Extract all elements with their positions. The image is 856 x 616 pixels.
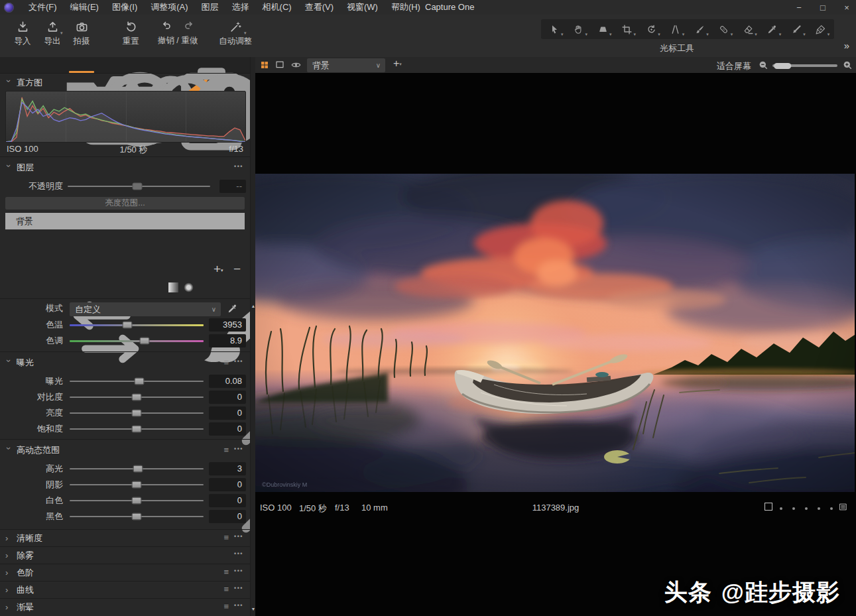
wb-eyedropper-icon[interactable] — [227, 303, 238, 314]
temp-value[interactable]: 3953 — [209, 318, 246, 332]
tab-lens[interactable] — [40, 60, 52, 71]
more-icon[interactable]: ••• — [234, 602, 243, 611]
pan-tool[interactable]: ▾ — [568, 21, 589, 38]
tint-slider-handle[interactable] — [140, 338, 150, 345]
vignette-panel-header[interactable]: › 渐晕 ≡ ••• — [0, 598, 250, 616]
menu-view[interactable]: 查看(V) — [298, 1, 340, 13]
slider-handle[interactable] — [133, 465, 143, 473]
annotate-tool[interactable]: ▾ — [810, 21, 831, 38]
keystone-tool[interactable]: ▾ — [592, 21, 614, 38]
expand-icon[interactable] — [194, 585, 204, 594]
exposure-slider[interactable] — [70, 373, 204, 389]
presets-menu-icon[interactable]: ≡ — [223, 602, 229, 611]
auto-adjust-button[interactable]: ▾ 自动调整 — [216, 21, 255, 47]
presets-menu-icon[interactable]: ≡ — [223, 585, 229, 594]
maximize-button[interactable]: □ — [818, 3, 828, 13]
select-tool[interactable]: ▾ — [544, 21, 566, 38]
tab-info[interactable] — [130, 60, 141, 71]
toolbar-overflow-button[interactable]: » — [844, 40, 849, 51]
zoom-fit-label[interactable]: 适合屏幕 — [717, 60, 751, 72]
export-button[interactable]: ▾ 导出 — [38, 21, 67, 47]
expand-icon[interactable] — [194, 358, 204, 367]
more-icon[interactable]: ••• — [234, 358, 243, 367]
black-value[interactable]: 0 — [209, 510, 246, 523]
tint-value[interactable]: 8.9 — [209, 334, 246, 347]
undo-icon[interactable] — [160, 21, 172, 32]
reset-icon[interactable] — [209, 446, 218, 455]
contrast-value[interactable]: 0 — [209, 391, 246, 404]
photo-canvas[interactable]: ©Dubrovinskiy M — [255, 174, 855, 492]
zoom-slider-handle[interactable] — [774, 63, 791, 69]
chevron-down-icon[interactable]: › — [5, 447, 12, 454]
opacity-slider-handle[interactable] — [133, 183, 143, 190]
slider-handle[interactable] — [132, 481, 142, 489]
tint-slider[interactable] — [70, 334, 204, 348]
reset-icon[interactable] — [209, 568, 218, 577]
rating-dot[interactable] — [805, 507, 808, 510]
expand-icon[interactable] — [194, 533, 204, 542]
menu-file[interactable]: 文件(F) — [22, 1, 64, 13]
opacity-slider[interactable] — [68, 178, 210, 194]
menu-camera[interactable]: 相机(C) — [256, 1, 298, 13]
chevron-down-icon[interactable]: › — [5, 80, 12, 86]
clarity-panel-header[interactable]: › 清晰度 ≡ ••• — [0, 529, 250, 547]
tab-details[interactable] — [94, 60, 105, 71]
more-icon[interactable]: ••• — [234, 568, 243, 577]
tab-color[interactable] — [58, 60, 70, 71]
menu-layers[interactable]: 图层 — [195, 1, 225, 13]
add-layer-button[interactable]: +▾ — [393, 58, 402, 70]
more-icon[interactable]: ••• — [234, 585, 243, 594]
temp-slider[interactable] — [70, 318, 204, 332]
saturation-slider[interactable] — [70, 421, 204, 437]
menu-edit[interactable]: 编辑(E) — [64, 1, 105, 13]
slider-handle[interactable] — [132, 513, 142, 521]
undo-redo-group[interactable]: 撤销 / 重做 — [146, 21, 210, 46]
menu-adjustments[interactable]: 调整项(A) — [144, 1, 194, 13]
remove-layer-button[interactable]: − — [233, 262, 241, 277]
luma-range-button[interactable]: 亮度范围... — [5, 197, 245, 210]
exposure-value[interactable]: 0.08 — [209, 375, 246, 388]
erase-mask-icon[interactable] — [231, 282, 242, 292]
tab-metadata[interactable] — [112, 60, 123, 71]
reset-icon[interactable] — [219, 163, 229, 172]
tab-capture[interactable] — [23, 60, 34, 71]
hdr-header[interactable]: › 高动态范围 ≡ ••• — [0, 442, 250, 458]
more-icon[interactable]: ••• — [234, 550, 243, 560]
more-icon[interactable]: ••• — [234, 446, 243, 455]
wb-mode-dropdown[interactable]: 自定义 ∨ — [70, 302, 221, 316]
chevron-right-icon[interactable]: › — [5, 570, 12, 576]
menu-help[interactable]: 帮助(H) — [385, 1, 427, 13]
zoom-in-icon[interactable] — [842, 60, 853, 70]
chevron-right-icon[interactable]: › — [5, 552, 12, 559]
chevron-right-icon[interactable]: › — [5, 587, 12, 593]
radial-gradient-mask-icon[interactable] — [184, 282, 194, 292]
chevron-right-icon[interactable]: › — [5, 604, 12, 611]
reset-icon[interactable] — [209, 533, 218, 542]
draw-mask-tool[interactable]: ▾ — [689, 21, 711, 38]
slider-handle[interactable] — [132, 394, 142, 401]
tab-adjustments[interactable] — [76, 60, 88, 71]
auto-wand-icon[interactable] — [180, 446, 189, 455]
auto-wand-icon[interactable] — [180, 568, 189, 577]
menu-window[interactable]: 视窗(W) — [340, 1, 385, 13]
presets-menu-icon[interactable]: ≡ — [223, 358, 229, 367]
chevron-down-icon[interactable]: › — [5, 359, 12, 366]
tab-library[interactable] — [5, 60, 16, 71]
apply-tool[interactable]: ▾ — [786, 21, 808, 38]
slider-handle[interactable] — [132, 497, 142, 505]
list-view-icon[interactable] — [838, 502, 848, 512]
rating-dot[interactable] — [830, 507, 833, 510]
crop-tool[interactable]: ▾ — [616, 21, 638, 38]
eyedropper-tool[interactable]: ▾ — [761, 21, 783, 38]
histogram-header[interactable]: › 直方图 ••• — [0, 75, 250, 91]
curves-panel-header[interactable]: › 曲线 ≡ ••• — [0, 581, 250, 599]
expand-icon[interactable] — [194, 446, 204, 455]
highlight-value[interactable]: 3 — [209, 462, 246, 475]
presets-menu-icon[interactable]: ≡ — [223, 533, 229, 542]
presets-menu-icon[interactable]: ≡ — [223, 568, 229, 577]
expand-icon[interactable] — [205, 550, 214, 560]
add-layer-button[interactable]: +▾ — [214, 262, 223, 277]
menu-image[interactable]: 图像(I) — [105, 1, 144, 13]
color-tag-square[interactable] — [764, 503, 772, 511]
more-icon[interactable]: ••• — [234, 533, 243, 542]
